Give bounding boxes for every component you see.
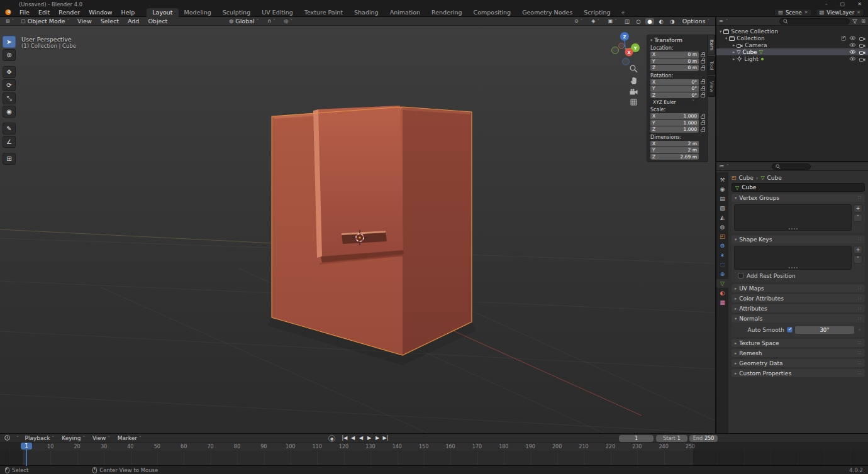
scene-selector[interactable]: ▤ Scene ✕ (774, 9, 811, 16)
properties-tab[interactable]: ⚙ (716, 241, 728, 250)
viewport-scene[interactable] (0, 17, 715, 433)
transform-panel-header[interactable]: ▾Transform (650, 37, 705, 43)
workspace-tab[interactable]: Layout (147, 8, 178, 17)
annotate-tool[interactable]: ✎ (3, 123, 16, 135)
playhead-line[interactable] (26, 449, 27, 466)
viewport-menu[interactable]: View (73, 17, 96, 26)
frame-tick-label[interactable]: 120 (330, 443, 357, 451)
topbar-menu[interactable]: Render (54, 8, 84, 17)
panel-normals[interactable]: ▾Normals∷ (732, 314, 865, 322)
timeline-menu[interactable]: View˅ (92, 435, 110, 441)
vertex-group-specials-button[interactable]: ˅ (854, 214, 862, 222)
timeline-menu[interactable]: Marker˅ (118, 435, 142, 441)
visibility-dropdown[interactable]: ⊙˅ (571, 17, 586, 26)
rotation-field[interactable]: Y0° (650, 85, 699, 92)
add-cube-tool[interactable]: ⊞ (3, 153, 16, 165)
play-reverse-button[interactable]: ◀ (358, 434, 364, 442)
topbar-menu[interactable]: File (15, 8, 34, 17)
properties-tab[interactable]: ▧ (716, 204, 728, 212)
new-collection-icon[interactable]: ⊞ (861, 18, 865, 24)
transform-orientation-dropdown[interactable]: ◍Global˅ (226, 17, 262, 26)
frame-tick-label[interactable]: 90 (250, 443, 277, 451)
expand-arrow-icon[interactable]: ▾ (725, 36, 727, 41)
panel-grip-icon[interactable]: ∷ (858, 370, 862, 376)
xray-toggle[interactable]: ◫ (623, 18, 632, 25)
shape-key-specials-button[interactable]: ˅ (854, 255, 862, 263)
scale-field[interactable]: Z1.000 (650, 126, 699, 133)
disable-render-camera-icon[interactable] (859, 50, 865, 55)
workspace-tab[interactable]: Compositing (468, 8, 517, 17)
scale-tool[interactable]: ⤡ (3, 92, 16, 104)
lock-icon[interactable] (701, 88, 705, 91)
jump-to-end-button[interactable]: ▶| (382, 434, 389, 442)
viewport-menu[interactable]: Select (96, 17, 123, 26)
editor-type-button[interactable]: ⊞˅ (3, 17, 17, 26)
properties-tab[interactable]: ∗ (716, 251, 728, 260)
hide-eye-icon[interactable] (849, 57, 856, 61)
workspace-tab[interactable]: Geometry Nodes (516, 8, 578, 17)
maximize-button[interactable]: ▢ (840, 1, 845, 7)
panel-grip-icon[interactable]: ∷ (858, 306, 862, 311)
outliner-row-light[interactable]: ▸ Light (716, 55, 868, 62)
frame-start-field[interactable]: Start1 (656, 435, 687, 442)
zoom-icon[interactable] (630, 65, 638, 73)
frame-tick-label[interactable]: 150 (410, 443, 437, 451)
panel-grip-icon[interactable]: ∷ (858, 295, 862, 301)
expand-arrow-icon[interactable]: ▾ (720, 29, 721, 34)
panel-grip-icon[interactable]: ∷ (858, 285, 862, 291)
rotation-field[interactable]: Z0° (650, 92, 699, 99)
frame-tick-label[interactable]: 130 (357, 443, 384, 451)
outliner-row-cube[interactable]: ▸ ▽ Cube ▽ (716, 48, 868, 55)
outliner-row-collection[interactable]: ▾ Collection (716, 35, 868, 41)
workspace-tab[interactable]: Animation (384, 8, 426, 17)
properties-tab[interactable]: ▽ (716, 279, 728, 288)
location-field[interactable]: X0 m (650, 52, 699, 58)
workspace-tab[interactable]: Rendering (426, 8, 468, 17)
properties-tab[interactable]: ◉ (716, 185, 728, 194)
rotate-tool[interactable]: ⟳ (3, 79, 16, 91)
mesh-name-field[interactable]: ▽ Cube (732, 183, 865, 192)
frame-tick-label[interactable]: 50 (144, 443, 170, 451)
gizmo-y-neg-axis[interactable] (612, 47, 619, 54)
view-layer-selector[interactable]: ▧ ViewLayer ✕ (816, 9, 864, 16)
filter-funnel-icon[interactable] (852, 19, 857, 24)
properties-tab[interactable]: ▤ (716, 194, 728, 203)
workspace-tab[interactable]: Modeling (179, 8, 217, 17)
rotation-field[interactable]: X0° (650, 79, 699, 85)
view-layer-remove-icon[interactable]: ✕ (857, 10, 860, 15)
viewport-menu[interactable]: Object (143, 17, 172, 26)
collection-exclude-checkbox[interactable] (841, 36, 846, 41)
hide-eye-icon[interactable] (849, 50, 856, 54)
panel-remesh[interactable]: ▸Remesh∷ (732, 349, 865, 357)
lock-icon[interactable] (701, 122, 705, 125)
hide-eye-icon[interactable] (849, 43, 856, 47)
auto-keying-toggle[interactable]: ● (328, 435, 335, 442)
blender-logo-icon[interactable] (4, 9, 12, 16)
topbar-menu[interactable]: Help (117, 8, 140, 17)
outliner-editor-icon[interactable]: ≡ (719, 18, 723, 24)
frame-tick-label[interactable]: 160 (437, 443, 464, 451)
frame-tick-label[interactable]: 40 (117, 443, 143, 451)
expand-arrow-icon[interactable]: ▸ (733, 43, 735, 48)
previous-keyframe-button[interactable]: ◀ (350, 434, 356, 442)
shading-wireframe-button[interactable]: ○ (634, 18, 643, 25)
workspace-tab[interactable]: Scripting (578, 8, 616, 17)
panel-grip-icon[interactable]: ∷ (858, 360, 862, 366)
lock-icon[interactable] (701, 54, 705, 57)
panel-grip-icon[interactable]: ∷ (858, 340, 862, 346)
dimensions-field[interactable]: X2 m (650, 141, 699, 147)
workspace-tab[interactable]: Shading (348, 8, 384, 17)
panel-grip-icon[interactable]: ∷ (858, 195, 862, 201)
frame-tick-label[interactable]: 140 (384, 443, 410, 451)
move-tool[interactable]: ✥ (3, 66, 16, 78)
properties-tab[interactable]: ▦ (716, 298, 728, 307)
add-workspace-button[interactable]: + (616, 9, 630, 16)
timeline-menu[interactable]: Keying˅ (62, 435, 85, 441)
frame-tick-label[interactable]: 80 (224, 443, 250, 451)
lock-icon[interactable] (701, 81, 705, 84)
minimize-button[interactable]: – (825, 1, 828, 7)
lock-icon[interactable] (701, 116, 705, 119)
shape-keys-list[interactable] (734, 246, 852, 270)
panel-uv-maps[interactable]: ▸UV Maps∷ (732, 284, 865, 292)
shading-rendered-button[interactable]: ◑ (668, 18, 677, 25)
